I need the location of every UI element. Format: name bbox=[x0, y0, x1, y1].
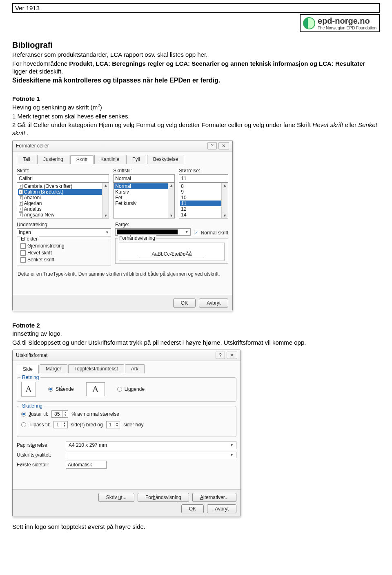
list-item[interactable]: 9 bbox=[180, 189, 227, 195]
spin-up-icon[interactable]: ▲ bbox=[114, 421, 120, 424]
list-item[interactable]: Fet kursiv bbox=[114, 201, 174, 206]
list-item[interactable]: 10 bbox=[180, 195, 227, 201]
preview-button[interactable]: Forhåndsvisning bbox=[138, 493, 189, 502]
p2-a: For hovedområdene bbox=[12, 60, 69, 67]
spin-down-icon[interactable]: ▼ bbox=[114, 424, 120, 427]
help-button[interactable]: ? bbox=[207, 142, 217, 149]
list-item[interactable]: Fet bbox=[114, 195, 174, 201]
checkbox[interactable]: ✓ bbox=[194, 230, 199, 235]
scroll-down-icon[interactable]: ▼ bbox=[102, 213, 109, 218]
list-item[interactable]: 14 bbox=[180, 212, 227, 218]
radio-tilpass[interactable]: Tilpass til: bbox=[21, 422, 50, 428]
spin-down-icon[interactable]: ▼ bbox=[62, 424, 67, 427]
color-swatch bbox=[117, 230, 178, 234]
fotnote2-line1: Innsetting av logo. bbox=[12, 330, 380, 338]
papir-select[interactable]: A4 210 x 297 mm ▼ bbox=[66, 441, 236, 449]
tab-skrift[interactable]: Skrift bbox=[70, 155, 94, 164]
preview-text: AaBbCcÆæØøÅå bbox=[139, 251, 204, 258]
truetype-icon: T bbox=[19, 207, 23, 212]
tab-marger[interactable]: Marger bbox=[40, 364, 67, 373]
tabs: Side Marger Topptekst/bunntekst Ark bbox=[17, 364, 236, 373]
p2-c: ligger det sideskift. bbox=[12, 68, 63, 75]
f1-s2c: eller bbox=[343, 121, 358, 128]
list-item[interactable]: 8 bbox=[180, 183, 227, 189]
kval-select[interactable]: ▼ bbox=[66, 452, 236, 458]
list-item[interactable]: Normal bbox=[114, 183, 174, 189]
ok-button[interactable]: OK bbox=[181, 504, 204, 513]
truetype-icon: T bbox=[19, 201, 23, 206]
scrollbar[interactable]: ▲ ▼ bbox=[102, 183, 109, 218]
tab-topptekst[interactable]: Topptekst/bunntekst bbox=[68, 364, 124, 373]
tab-fyll[interactable]: Fyll bbox=[126, 155, 146, 164]
list-item[interactable]: Kursiv bbox=[114, 189, 174, 195]
skriftstil-label: Skriftstil: bbox=[113, 168, 175, 174]
size-listbox[interactable]: 8 9 10 11 12 14 ▲ ▼ bbox=[179, 183, 228, 218]
ok-button[interactable]: OK bbox=[173, 299, 196, 308]
tilpass-b-spinner[interactable]: 1 ▲▼ bbox=[106, 421, 120, 428]
logo-subtext: The Norwegian EPD Foundation bbox=[318, 26, 376, 30]
fotnote1-step2: 2 Gå til Celler under kategorien Hjem og… bbox=[12, 121, 380, 137]
radio-landscape[interactable]: Liggende bbox=[117, 386, 145, 392]
scroll-up-icon[interactable]: ▲ bbox=[222, 183, 228, 188]
spin-down-icon[interactable]: ▼ bbox=[62, 414, 68, 417]
radio-juster[interactable]: Juster til: bbox=[21, 411, 48, 417]
tilpass-a-spinner[interactable]: 1 ▲▼ bbox=[53, 421, 68, 428]
fotnote1-step1: 1 Merk tegnet som skal heves eller senke… bbox=[12, 112, 380, 120]
checkbox[interactable] bbox=[20, 243, 26, 249]
list-item[interactable]: TCalibri (Brødtekst) bbox=[18, 189, 108, 195]
chevron-down-icon: ▼ bbox=[230, 443, 234, 447]
scroll-up-icon[interactable]: ▲ bbox=[168, 183, 174, 188]
eff-gjennom: Gjennomstreking bbox=[27, 243, 65, 249]
tab-tall[interactable]: Tall bbox=[17, 155, 36, 164]
help-button[interactable]: ? bbox=[216, 352, 225, 359]
tab-justering[interactable]: Justering bbox=[37, 155, 69, 164]
list-item[interactable]: TAharoni bbox=[18, 195, 108, 201]
juster-spinner[interactable]: 85 ▲▼ bbox=[51, 410, 68, 418]
close-button[interactable]: ✕ bbox=[227, 352, 237, 359]
dialog-titlebar: Formater celler ? ✕ bbox=[13, 140, 232, 152]
tab-ark[interactable]: Ark bbox=[125, 364, 145, 373]
storrelse-input[interactable]: 11 bbox=[179, 174, 228, 183]
bibliografi-bold: Sideskiftene må kontrolleres og tilpasse… bbox=[12, 76, 380, 85]
style-listbox[interactable]: Normal Kursiv Fet Fet kursiv ▲ ▼ bbox=[113, 183, 175, 218]
group-retning: Retning A Stående A Liggende bbox=[17, 377, 236, 402]
tab-side[interactable]: Side bbox=[17, 365, 39, 374]
spin-up-icon[interactable]: ▲ bbox=[62, 421, 67, 424]
scroll-down-icon[interactable]: ▼ bbox=[222, 213, 228, 218]
cancel-button[interactable]: Avbryt bbox=[207, 504, 236, 513]
scroll-up-icon[interactable]: ▲ bbox=[102, 183, 109, 188]
list-item[interactable]: 11 bbox=[180, 201, 227, 206]
logo-icon bbox=[303, 17, 315, 29]
print-button[interactable]: Skriv ut... bbox=[98, 493, 134, 502]
scrollbar[interactable]: ▲ ▼ bbox=[221, 183, 228, 218]
checkbox[interactable] bbox=[20, 257, 26, 263]
list-item[interactable]: TAngsana New bbox=[18, 212, 108, 218]
dialog-title-text: Formater celler bbox=[16, 143, 49, 149]
effects-title: Effekter bbox=[20, 236, 39, 242]
options-button[interactable]: Alternativer... bbox=[192, 493, 236, 502]
list-item[interactable]: 12 bbox=[180, 206, 227, 212]
logo: epd-norge.no The Norwegian EPD Foundatio… bbox=[300, 14, 380, 32]
tab-beskyttelse[interactable]: Beskyttelse bbox=[147, 155, 184, 164]
liggende-label: Liggende bbox=[125, 386, 145, 392]
list-item[interactable]: TCambria (Overskrifter) bbox=[18, 183, 108, 189]
skriftstil-input[interactable]: Normal bbox=[113, 174, 175, 183]
tilpass-mid: side(r) bred og bbox=[71, 422, 103, 428]
close-button[interactable]: ✕ bbox=[218, 142, 229, 149]
first-input[interactable]: Automatisk bbox=[66, 461, 107, 469]
farge-select[interactable]: ▼ bbox=[115, 228, 191, 236]
scroll-down-icon[interactable]: ▼ bbox=[168, 213, 174, 218]
f1-s2e: . bbox=[25, 129, 29, 136]
list-item[interactable]: TAlgerian bbox=[18, 201, 108, 206]
skrift-input[interactable]: Calibri bbox=[17, 174, 109, 183]
radio-portrait[interactable]: Stående bbox=[48, 386, 74, 392]
list-item[interactable]: TAndalus bbox=[18, 206, 108, 212]
understreking-select[interactable]: Ingen ▼ bbox=[17, 228, 111, 236]
chevron-down-icon: ▼ bbox=[230, 453, 234, 457]
checkbox[interactable] bbox=[20, 250, 26, 256]
scrollbar[interactable]: ▲ ▼ bbox=[168, 183, 174, 218]
spin-up-icon[interactable]: ▲ bbox=[62, 411, 68, 414]
font-listbox[interactable]: TCambria (Overskrifter) TCalibri (Brødte… bbox=[17, 183, 109, 218]
tab-kantlinje[interactable]: Kantlinje bbox=[94, 155, 125, 164]
cancel-button[interactable]: Avbryt bbox=[199, 299, 228, 308]
